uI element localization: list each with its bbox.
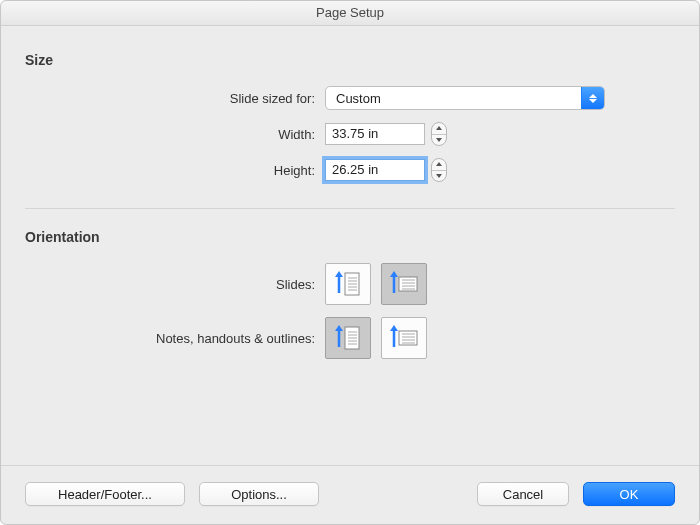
height-control: 26.25 in	[325, 158, 447, 182]
slides-orientation-label: Slides:	[25, 277, 325, 292]
dialog-footer: Header/Footer... Options... Cancel OK	[1, 465, 699, 524]
notes-orientation-toggles	[325, 317, 427, 359]
slides-orientation-row: Slides:	[25, 263, 675, 305]
width-row: Width: 33.75 in	[25, 122, 675, 146]
height-label: Height:	[25, 163, 325, 178]
slides-landscape-toggle[interactable]	[381, 263, 427, 305]
page-setup-dialog: Page Setup Size Slide sized for: Custom …	[0, 0, 700, 525]
sized-for-label: Slide sized for:	[25, 91, 325, 106]
orientation-section-label: Orientation	[25, 229, 675, 245]
notes-landscape-toggle[interactable]	[381, 317, 427, 359]
height-field[interactable]: 26.25 in	[325, 159, 425, 181]
size-section-label: Size	[25, 52, 675, 68]
orientation-portrait-icon	[333, 269, 363, 299]
notes-portrait-toggle[interactable]	[325, 317, 371, 359]
height-step-up[interactable]	[432, 159, 446, 170]
section-divider	[25, 208, 675, 209]
orientation-landscape-icon	[389, 323, 419, 353]
slides-portrait-toggle[interactable]	[325, 263, 371, 305]
height-stepper[interactable]	[431, 158, 447, 182]
notes-orientation-row: Notes, handouts & outlines:	[25, 317, 675, 359]
svg-marker-14	[390, 271, 398, 277]
width-step-up[interactable]	[432, 123, 446, 134]
width-stepper[interactable]	[431, 122, 447, 146]
svg-marker-22	[335, 325, 343, 331]
dialog-body: Size Slide sized for: Custom Width: 33.7…	[1, 26, 699, 465]
width-step-down[interactable]	[432, 134, 446, 146]
slides-orientation-toggles	[325, 263, 427, 305]
notes-orientation-label: Notes, handouts & outlines:	[25, 331, 325, 346]
width-field[interactable]: 33.75 in	[325, 123, 425, 145]
ok-button[interactable]: OK	[583, 482, 675, 506]
sized-for-row: Slide sized for: Custom	[25, 86, 675, 110]
chevron-up-down-icon	[581, 87, 604, 109]
height-row: Height: 26.25 in	[25, 158, 675, 182]
svg-marker-7	[335, 271, 343, 277]
height-step-down[interactable]	[432, 170, 446, 182]
sized-for-value: Custom	[326, 91, 581, 106]
svg-marker-29	[390, 325, 398, 331]
window-title: Page Setup	[1, 1, 699, 26]
orientation-landscape-icon	[389, 269, 419, 299]
orientation-portrait-icon	[333, 323, 363, 353]
options-button[interactable]: Options...	[199, 482, 319, 506]
width-control: 33.75 in	[325, 122, 447, 146]
header-footer-button[interactable]: Header/Footer...	[25, 482, 185, 506]
cancel-button[interactable]: Cancel	[477, 482, 569, 506]
width-label: Width:	[25, 127, 325, 142]
sized-for-select[interactable]: Custom	[325, 86, 605, 110]
